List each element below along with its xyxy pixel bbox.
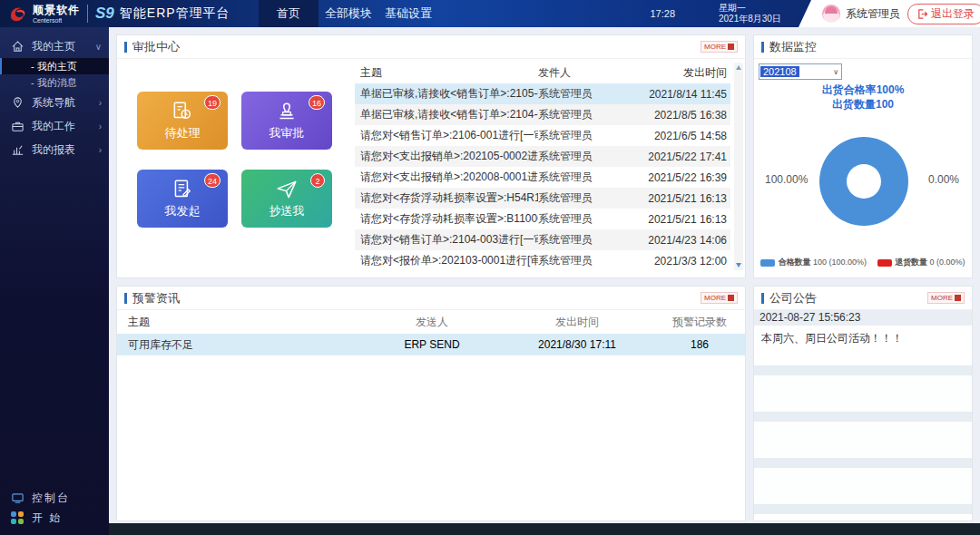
start-button[interactable]: 开 始 [0, 508, 109, 528]
donut-ring [819, 137, 908, 226]
approval-row[interactable]: 请您对<支出报销单>:202105-0002进行[审核] 系统管理员 2021/… [355, 146, 730, 167]
announcement-empty-slot [754, 365, 972, 375]
approval-row[interactable]: 请您对<销售订单>:2106-001进行[一审] 系统管理员 2021/6/5 … [355, 125, 730, 146]
briefcase-icon [11, 120, 24, 133]
more-icon [955, 295, 961, 301]
announcement-empty-slot [754, 412, 972, 422]
tile-initiated-by-me[interactable]: 24 我发起 [137, 170, 228, 228]
weekday-label: 星期一 [719, 3, 781, 14]
date-label: 2021年8月30日 [719, 14, 781, 24]
approval-row[interactable]: 请您对<存货浮动耗损率设置>:H54R1S006002进行[审核] 系统管理员 … [355, 188, 730, 209]
home-icon [11, 40, 24, 54]
nav-tab-basic-settings[interactable]: 基础设置 [378, 0, 438, 27]
monitor-panel-title: 数据监控 [769, 39, 965, 55]
doc-edit-icon [171, 178, 194, 201]
announcement-empty-slot [754, 458, 972, 468]
chevron-down-icon: ∨ [833, 68, 838, 76]
sidebar-item-system-nav[interactable]: 系统导航 › [0, 91, 109, 114]
approval-row[interactable]: 请您对<销售订单>:2104-003进行[一审] 系统管理员 2021/4/23… [355, 229, 730, 250]
more-icon [728, 295, 734, 301]
more-icon [728, 44, 734, 50]
console-button[interactable]: 控制台 [0, 488, 109, 508]
initiated-count-badge: 24 [204, 173, 220, 188]
announcement-empty-slot [754, 504, 972, 514]
bottom-status-bar [109, 523, 980, 535]
cc-count-badge: 2 [310, 173, 325, 188]
sidebar-bottom: 控制台 开 始 [0, 488, 109, 528]
map-pin-icon [11, 96, 24, 110]
tile-my-approvals[interactable]: 16 我审批 [241, 92, 332, 150]
announcements-panel-title: 公司公告 [769, 290, 927, 306]
approval-tiles: 19 待处理 16 我审批 [137, 92, 362, 228]
approval-row[interactable]: 请您对<存货浮动耗损率设置>:B11000001进行[审核] 系统管理员 202… [355, 209, 730, 229]
alerts-panel: 预警资讯 MORE 主题 发送人 发出时间 预警记录数 可用库存不足 ERP S… [116, 286, 746, 521]
donut-chart: 100.00% 0.00% [754, 126, 972, 244]
sidebar-item-my-home[interactable]: 我的主页 ∨ [0, 34, 109, 58]
announcements-more-button[interactable]: MORE [927, 292, 965, 304]
announcement-text[interactable]: 本周六、周日公司活动！！！ [754, 326, 972, 365]
sidebar-subitem-my-messages[interactable]: 我的消息 [0, 74, 109, 91]
legend-swatch-qualified [760, 259, 775, 267]
username-label: 系统管理员 [846, 6, 900, 22]
donut-label-left: 100.00% [765, 173, 808, 186]
data-monitor-panel: 数据监控 202108 ∨ 出货合格率100% 出货数量100 100.00% … [753, 34, 973, 278]
top-header: 顺景软件 Centersoft S9 智能ERP管理平台 首页 全部模块 基础设… [0, 0, 980, 27]
main-nav: 首页 全部模块 基础设置 [259, 0, 438, 27]
tile-cc-to-me[interactable]: 2 抄送我 [241, 170, 332, 228]
alerts-panel-title: 预警资讯 [132, 290, 701, 306]
approval-panel-title: 审批中心 [132, 39, 701, 55]
announcements-panel: 公司公告 MORE 2021-08-27 15:56:23 本周六、周日公司活动… [753, 286, 973, 521]
approval-more-button[interactable]: MORE [701, 41, 738, 53]
main-area: 审批中心 MORE 19 待处理 [109, 27, 980, 535]
user-avatar[interactable] [822, 5, 840, 23]
approval-row[interactable]: 请您对<支出报销单>:202008-0001进行[审核] 系统管理员 2021/… [355, 167, 730, 188]
alert-row[interactable]: 可用库存不足 ERP SEND 2021/8/30 17:11 186 [117, 334, 745, 355]
logo-chinese: 顺景软件 [33, 5, 80, 15]
logout-icon [917, 9, 927, 19]
panel-accent-bar [761, 293, 764, 304]
sidebar: 我的主页 ∨ 我的主页 我的消息 系统导航 › 我的工作 › 我的报表 [0, 27, 109, 535]
panel-accent-bar [124, 293, 127, 304]
chevron-down-icon: ∨ [95, 42, 102, 52]
approval-row[interactable]: 请您对<报价单>:202103-0001进行[审核] 系统管理员 2021/3/… [355, 250, 730, 271]
date-block: 星期一 2021年8月30日 [719, 3, 781, 24]
logout-button[interactable]: 退出登录 [907, 4, 980, 24]
tile-pending[interactable]: 19 待处理 [137, 92, 228, 150]
stamp-icon [275, 100, 299, 123]
nav-tab-home[interactable]: 首页 [259, 0, 318, 27]
approval-scrollbar[interactable] [734, 63, 743, 270]
approval-row[interactable]: 单据已审核,请接收<销售订单>:2104-002 系统管理员 2021/8/5 … [355, 104, 730, 125]
logo-divider [87, 5, 88, 23]
announcement-timestamp: 2021-08-27 15:56:23 [754, 310, 972, 326]
legend-swatch-returns [877, 259, 892, 267]
chevron-right-icon: › [99, 122, 102, 131]
paper-plane-icon [275, 178, 299, 201]
donut-label-right: 0.00% [928, 173, 959, 186]
approve-count-badge: 16 [309, 95, 325, 110]
alerts-table-header: 主题 发送人 发出时间 预警记录数 [117, 310, 745, 334]
logo-english: Centersoft [33, 17, 80, 24]
erp-app-window: 顺景软件 Centersoft S9 智能ERP管理平台 首页 全部模块 基础设… [0, 0, 980, 535]
panel-accent-bar [761, 42, 764, 53]
doc-clock-icon [171, 100, 194, 123]
centersoft-logo-icon [7, 3, 29, 24]
chart-icon [11, 143, 24, 157]
chevron-right-icon: › [99, 145, 102, 155]
product-code: S9 [95, 5, 114, 23]
clock-time: 17:28 [635, 0, 675, 27]
sidebar-item-my-work[interactable]: 我的工作 › [0, 114, 109, 138]
chart-legend: 合格数量 100 (100.00%) 退货数量 0 (0.00%) [754, 257, 972, 268]
sidebar-item-my-reports[interactable]: 我的报表 › [0, 138, 109, 161]
scroll-up-icon[interactable] [736, 65, 741, 70]
approval-message-list: 主题 发件人 发出时间 单据已审核,请接收<销售订单>:2105-001 系统管… [355, 63, 730, 272]
approval-center-panel: 审批中心 MORE 19 待处理 [116, 34, 746, 278]
period-select[interactable]: 202108 ∨ [759, 63, 842, 80]
nav-tab-all-modules[interactable]: 全部模块 [318, 0, 378, 27]
approval-list-header: 主题 发件人 发出时间 [355, 63, 730, 83]
sidebar-subitem-my-home[interactable]: 我的主页 [0, 58, 109, 74]
scroll-down-icon[interactable] [736, 263, 741, 268]
start-icon [11, 511, 24, 524]
console-icon [11, 491, 24, 505]
alerts-more-button[interactable]: MORE [701, 292, 738, 304]
approval-row[interactable]: 单据已审核,请接收<销售订单>:2105-001 系统管理员 2021/8/14… [355, 83, 730, 104]
